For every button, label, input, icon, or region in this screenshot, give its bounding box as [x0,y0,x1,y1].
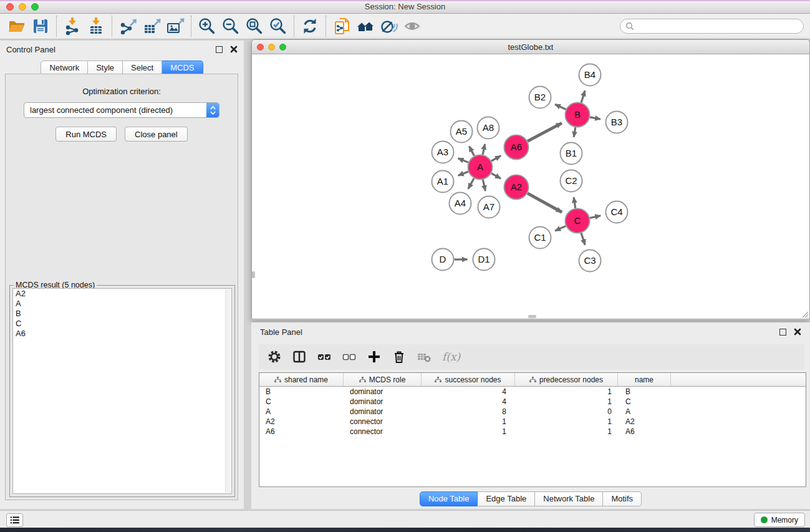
deselect-all-button[interactable] [341,349,357,365]
graph-node-A4[interactable]: A4 [450,193,471,215]
cell-name[interactable]: A [618,407,671,417]
graph-node-B3[interactable]: B3 [606,112,628,133]
graph-edge-B-B1[interactable] [574,127,576,137]
graph-edge-B-B3[interactable] [590,117,600,119]
zoom-selected-button[interactable] [266,16,290,37]
graph-node-C2[interactable]: C2 [561,170,582,192]
home-layout-button[interactable] [354,16,377,37]
optimization-criterion-select[interactable]: largest connected component (directed) [24,102,219,118]
column-header-shared-name[interactable]: shared name [259,373,344,386]
zoom-fit-button[interactable] [243,16,266,37]
open-session-button[interactable] [5,16,29,37]
cell-mcds-role[interactable]: dominator [344,407,422,417]
zoom-out-button[interactable] [219,16,243,37]
close-table-panel-icon[interactable] [794,328,801,336]
graph-node-B[interactable]: B [566,103,590,127]
table-settings-button[interactable] [266,349,282,365]
vertical-scrollbar-thumb[interactable] [252,271,255,278]
horizontal-scrollbar-thumb[interactable] [528,315,536,318]
graph-node-A7[interactable]: A7 [478,196,500,218]
tab-node-table[interactable]: Node Table [420,491,478,506]
graph-edge-A6-B[interactable] [528,123,562,141]
graph-edge-A-A5[interactable] [469,146,474,155]
tab-motifs[interactable]: Motifs [603,491,642,506]
list-item[interactable]: A2 [13,289,231,299]
graph-node-B1[interactable]: B1 [561,143,582,165]
cell-mcds-role[interactable]: dominator [344,397,422,407]
cell-successor-nodes[interactable]: 1 [422,417,515,427]
graph-node-C1[interactable]: C1 [529,227,551,249]
graph-edge-B-B4[interactable] [581,90,585,102]
table-row[interactable]: C dominator 4 1 C [259,397,806,407]
show-columns-button[interactable] [291,349,307,365]
graph-node-B4[interactable]: B4 [579,64,601,86]
graph-node-C[interactable]: C [566,209,590,233]
cell-mcds-role[interactable]: connector [344,417,422,427]
resize-grip-icon[interactable] [800,309,809,318]
memory-button[interactable]: Memory [754,513,805,527]
cell-mcds-role[interactable]: dominator [344,387,422,397]
graph-node-A[interactable]: A [468,155,493,180]
cell-predecessor-nodes[interactable]: 0 [515,407,618,417]
graph-edge-C-C4[interactable] [590,216,600,218]
table-row[interactable]: A2 connector 1 1 A2 [259,417,806,427]
import-table-button[interactable] [84,16,108,37]
graph-node-A5[interactable]: A5 [451,121,473,143]
cell-successor-nodes[interactable]: 8 [422,407,515,417]
close-panel-icon[interactable] [230,46,238,53]
zoom-in-button[interactable] [195,16,219,37]
copy-network-button[interactable] [330,16,354,37]
column-header-successor-nodes[interactable]: successor nodes [422,373,515,386]
table-row[interactable]: A dominator 8 0 A [259,407,806,417]
graph-edge-A-A7[interactable] [483,180,485,191]
delete-column-button[interactable] [391,349,407,365]
graph-edge-A-A2[interactable] [491,173,501,178]
cell-name[interactable]: B [618,387,671,397]
graph-edge-A-A3[interactable] [458,158,468,163]
cell-mcds-role[interactable]: connector [344,427,422,437]
graph-edge-A-A4[interactable] [468,178,474,189]
graph-node-A2[interactable]: A2 [504,175,529,200]
graph-edge-A-A1[interactable] [458,172,468,175]
graph-node-C3[interactable]: C3 [579,250,601,272]
select-all-button[interactable] [316,349,332,365]
export-table-button[interactable] [140,16,163,37]
graph-node-A8[interactable]: A8 [478,117,499,139]
close-panel-button[interactable]: Close panel [125,127,188,142]
tab-network-table[interactable]: Network Table [535,491,603,506]
column-header-mcds-role[interactable]: MCDS role [344,373,422,386]
network-window-titlebar[interactable]: testGlobe.txt [251,39,810,54]
float-table-panel-icon[interactable] [779,329,786,336]
save-session-button[interactable] [29,16,52,37]
float-panel-icon[interactable] [216,46,223,53]
graph-edge-A2-C[interactable] [528,193,562,212]
refresh-view-button[interactable] [298,16,322,37]
list-item[interactable]: A [13,299,231,309]
function-builder-button[interactable]: f(x) [441,351,460,363]
graph-edge-A-A8[interactable] [483,144,485,155]
delete-table-button[interactable] [416,349,432,365]
network-canvas[interactable]: B4B2BB3A8A5A6B1A3AA1C2A2A4A7C4CC1C3DD1 [251,54,810,319]
graph-node-A1[interactable]: A1 [432,171,454,193]
cell-name[interactable]: A6 [618,427,671,437]
cell-name[interactable]: A2 [618,417,671,427]
tab-edge-table[interactable]: Edge Table [478,491,535,506]
cell-successor-nodes[interactable]: 4 [422,397,515,407]
show-graphics-details-button[interactable] [401,16,425,37]
first-neighbors-button[interactable] [377,16,401,37]
graph-edge-C-C1[interactable] [555,226,566,231]
task-history-button[interactable] [6,513,23,527]
run-mcds-button[interactable]: Run MCDS [55,127,117,142]
cell-successor-nodes[interactable]: 1 [422,427,515,437]
export-network-button[interactable] [116,16,140,37]
table-row[interactable]: A6 connector 1 1 A6 [259,427,806,437]
cell-predecessor-nodes[interactable]: 1 [515,387,618,397]
add-column-button[interactable] [366,349,382,365]
list-item[interactable]: B [13,309,231,319]
graph-node-D1[interactable]: D1 [473,249,495,271]
cell-successor-nodes[interactable]: 4 [422,387,515,397]
graph-node-A6[interactable]: A6 [504,135,529,160]
cell-shared-name[interactable]: A6 [259,427,344,437]
graph-edge-B-B2[interactable] [555,104,566,109]
list-scrollbar[interactable] [225,289,231,493]
